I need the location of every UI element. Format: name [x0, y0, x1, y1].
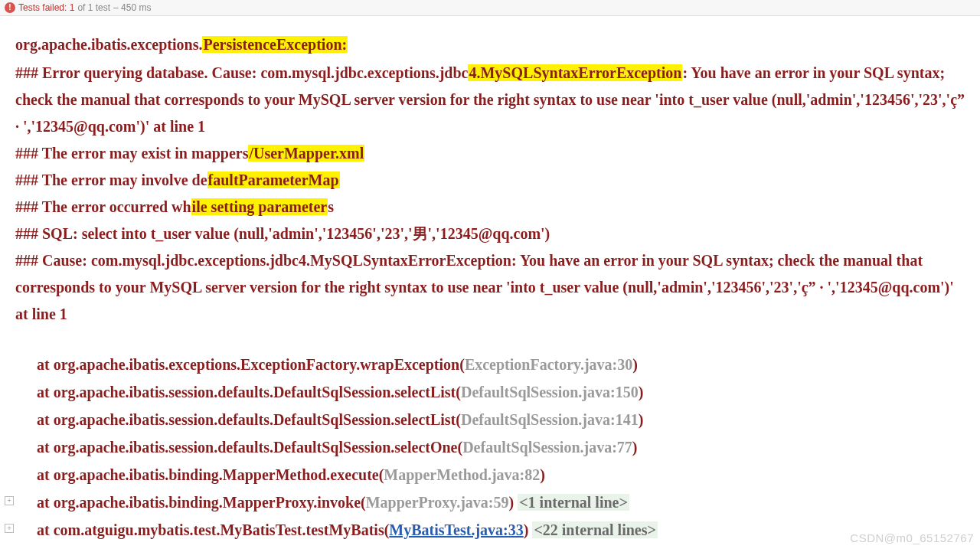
- highlight-persistence: PersistenceException:: [202, 36, 348, 53]
- stack-frame[interactable]: +at org.apache.ibatis.binding.MapperProx…: [15, 489, 965, 516]
- tests-total: of 1 test: [77, 2, 110, 13]
- error-involve[interactable]: ### The error may involve defaultParamet…: [15, 167, 965, 194]
- watermark: CSDN@m0_65152767: [850, 531, 974, 544]
- highlight-mysql-syntax: 4.MySQLSyntaxErrorException: [468, 64, 682, 81]
- internal-lines[interactable]: <1 internal line>: [518, 494, 629, 511]
- error-content: org.apache.ibatis.exceptions.Persistence…: [0, 16, 980, 544]
- error-icon: !: [5, 2, 15, 13]
- highlight-parametermap: faultParameterMap: [207, 172, 340, 188]
- exception-header[interactable]: org.apache.ibatis.exceptions.Persistence…: [15, 31, 965, 58]
- source-link[interactable]: DefaultSqlSession.java:141: [461, 411, 639, 428]
- error-querying[interactable]: ### Error querying database. Cause: com.…: [15, 60, 965, 140]
- exception-block: org.apache.ibatis.exceptions.Persistence…: [15, 31, 965, 328]
- source-link[interactable]: DefaultSqlSession.java:77: [462, 439, 632, 456]
- tests-failed-label: Tests failed: 1: [18, 2, 74, 13]
- tests-duration: – 450 ms: [113, 2, 151, 13]
- expand-icon[interactable]: +: [5, 496, 14, 505]
- source-link[interactable]: MyBatisTest.java:33: [389, 521, 523, 538]
- error-sql[interactable]: ### SQL: select into t_user value (null,…: [15, 221, 965, 247]
- source-link[interactable]: DefaultSqlSession.java:150: [461, 384, 639, 400]
- stack-frame[interactable]: at org.apache.ibatis.binding.MapperMetho…: [15, 461, 965, 489]
- highlight-usermapper: /UserMapper.xml: [248, 145, 364, 162]
- error-mapper[interactable]: ### The error may exist in mappers/UserM…: [15, 140, 965, 167]
- source-link[interactable]: MapperProxy.java:59: [366, 494, 509, 511]
- internal-lines[interactable]: <22 internal lines>: [532, 521, 657, 538]
- source-link[interactable]: MapperMethod.java:82: [384, 466, 540, 483]
- status-bar: ! Tests failed: 1 of 1 test – 450 ms: [0, 0, 980, 16]
- highlight-setting-params: ile setting parameter: [191, 198, 328, 215]
- expand-icon[interactable]: +: [5, 524, 14, 533]
- stack-frame[interactable]: at org.apache.ibatis.session.defaults.De…: [15, 433, 965, 461]
- stack-frame[interactable]: at org.apache.ibatis.exceptions.Exceptio…: [15, 351, 965, 378]
- source-link[interactable]: ExceptionFactory.java:30: [465, 356, 632, 373]
- error-occurred[interactable]: ### The error occurred while setting par…: [15, 194, 965, 221]
- stack-frame[interactable]: at org.apache.ibatis.session.defaults.De…: [15, 378, 965, 406]
- error-cause[interactable]: ### Cause: com.mysql.jdbc.exceptions.jdb…: [15, 247, 965, 328]
- stack-frame[interactable]: +at com.atguigu.mybatis.test.MyBatisTest…: [15, 516, 965, 544]
- stack-trace: at org.apache.ibatis.exceptions.Exceptio…: [15, 351, 965, 544]
- stack-frame[interactable]: at org.apache.ibatis.session.defaults.De…: [15, 406, 965, 433]
